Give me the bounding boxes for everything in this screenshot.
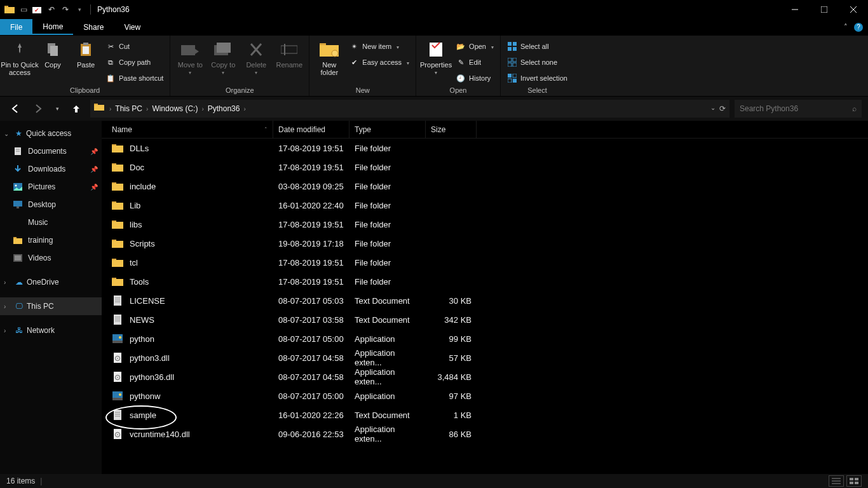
file-row[interactable]: tcl17-08-2019 19:51File folder: [102, 253, 868, 272]
copy-button[interactable]: Copy: [37, 37, 69, 69]
file-row[interactable]: DLLs17-08-2019 19:51File folder: [102, 139, 868, 158]
file-row[interactable]: Scripts19-08-2019 17:18File folder: [102, 234, 868, 253]
address-dropdown-icon[interactable]: ⌄: [710, 104, 715, 113]
file-row[interactable]: python08-07-2017 05:00Application99 KB: [102, 329, 868, 348]
sidebar-quick-access[interactable]: ⌄ ★ Quick access: [0, 125, 102, 142]
crumb-folder[interactable]: Python36: [208, 104, 240, 113]
tab-view[interactable]: View: [114, 19, 151, 35]
col-date[interactable]: Date modified: [273, 121, 349, 138]
view-thumbnails-button[interactable]: [846, 475, 862, 487]
minimize-button[interactable]: [780, 0, 810, 19]
chevron-right-icon[interactable]: ›: [243, 105, 245, 112]
crumb-drive[interactable]: Windows (C:): [152, 104, 198, 113]
col-size[interactable]: Size: [426, 121, 477, 138]
new-folder-button[interactable]: New folder: [313, 37, 345, 76]
nav-forward-button[interactable]: [29, 100, 47, 118]
select-all-button[interactable]: Select all: [505, 39, 570, 53]
file-row[interactable]: sample16-01-2020 22:26Text Document1 KB: [102, 405, 868, 424]
paste-button[interactable]: Paste: [70, 37, 102, 69]
group-open: Properties▾ 📂Open ✎Edit 🕘History Open: [416, 36, 501, 96]
file-date: 16-01-2020 22:26: [273, 410, 349, 420]
nav-back-button[interactable]: [6, 100, 24, 118]
file-size: 86 KB: [426, 430, 477, 439]
properties-button[interactable]: Properties▾: [420, 37, 452, 76]
cut-button[interactable]: ✂Cut: [103, 39, 166, 53]
help-icon[interactable]: ?: [854, 23, 863, 32]
fold-icon: [13, 235, 23, 245]
maximize-button[interactable]: [810, 0, 839, 19]
address-bar[interactable]: › This PC › Windows (C:) › Python36 › ⌄ …: [90, 100, 729, 118]
nav-up-button[interactable]: [67, 100, 85, 118]
tab-share[interactable]: Share: [73, 19, 114, 35]
tab-home[interactable]: Home: [32, 19, 73, 35]
close-button[interactable]: [839, 0, 868, 19]
desk-icon: [13, 200, 23, 210]
new-item-button[interactable]: ✴New item: [346, 39, 412, 53]
svg-rect-50: [112, 146, 123, 152]
sidebar-thispc[interactable]: › 🖵 This PC: [0, 297, 102, 315]
qat-redo-icon[interactable]: ↷: [60, 3, 71, 17]
file-date: 17-08-2019 19:51: [273, 220, 349, 229]
file-row[interactable]: vcruntime140.dll09-06-2016 22:53Applicat…: [102, 424, 868, 444]
sidebar-item-training[interactable]: training: [0, 231, 102, 249]
ribbon-collapse-icon[interactable]: ˄: [844, 23, 848, 31]
crumb-thispc[interactable]: This PC: [115, 104, 142, 113]
file-type: File folder: [349, 277, 426, 287]
qat-dropdown-icon[interactable]: ▾: [74, 3, 85, 17]
file-row[interactable]: Doc17-08-2019 19:51File folder: [102, 158, 868, 177]
easy-access-button[interactable]: ✔Easy access: [346, 55, 412, 69]
sidebar-item-pictures[interactable]: Pictures📌: [0, 178, 102, 196]
chevron-right-icon[interactable]: ›: [109, 105, 111, 112]
invert-selection-button[interactable]: Invert selection: [505, 71, 570, 85]
search-icon[interactable]: ⌕: [852, 104, 857, 113]
col-name[interactable]: Name˄: [102, 121, 273, 138]
ribbon-tabs: File Home Share View ˄ ?: [0, 19, 868, 36]
qat-newfolder-icon[interactable]: ✔: [32, 3, 43, 17]
sidebar-item-videos[interactable]: Videos: [0, 249, 102, 267]
copy-to-button[interactable]: Copy to▾: [207, 37, 239, 76]
tab-file[interactable]: File: [0, 19, 32, 35]
file-row[interactable]: NEWS08-07-2017 03:58Text Document342 KB: [102, 310, 868, 329]
svg-rect-65: [114, 295, 121, 306]
qat-undo-icon[interactable]: ↶: [46, 3, 57, 17]
address-folder-icon: [94, 103, 105, 114]
file-row[interactable]: Lib16-01-2020 22:40File folder: [102, 196, 868, 215]
file-date: 17-08-2019 19:51: [273, 258, 349, 268]
history-button[interactable]: 🕘History: [453, 71, 496, 85]
edit-button[interactable]: ✎Edit: [453, 55, 496, 69]
file-row[interactable]: pythonw08-07-2017 05:00Application97 KB: [102, 386, 868, 405]
sidebar-item-music[interactable]: Music: [0, 214, 102, 231]
chevron-right-icon[interactable]: ›: [146, 105, 148, 112]
nav-recent-button[interactable]: ▾: [52, 100, 62, 118]
file-row[interactable]: python3.dll08-07-2017 04:58Application e…: [102, 348, 868, 367]
select-none-button[interactable]: Select none: [505, 55, 570, 69]
chevron-right-icon[interactable]: ›: [201, 105, 203, 112]
file-row[interactable]: include03-08-2019 09:25File folder: [102, 177, 868, 196]
qat-properties-icon[interactable]: ▭: [18, 3, 29, 17]
search-box[interactable]: ⌕: [735, 100, 862, 118]
view-details-button[interactable]: [829, 475, 844, 487]
sidebar-item-documents[interactable]: Documents📌: [0, 142, 102, 160]
file-date: 16-01-2020 22:40: [273, 201, 349, 210]
sidebar-item-downloads[interactable]: Downloads📌: [0, 160, 102, 178]
move-to-button[interactable]: Move to▾: [174, 37, 206, 76]
select-none-icon: [507, 57, 517, 67]
sidebar-network[interactable]: › 🖧 Network: [0, 322, 102, 339]
pin-quick-access-button[interactable]: Pin to Quick access: [4, 37, 36, 76]
open-button[interactable]: 📂Open: [453, 39, 496, 53]
search-input[interactable]: [740, 104, 852, 113]
svg-rect-24: [508, 42, 512, 46]
paste-shortcut-icon: 📋: [105, 73, 116, 83]
sidebar-onedrive[interactable]: › ☁ OneDrive: [0, 273, 102, 291]
file-row[interactable]: python36.dll08-07-2017 04:58Application …: [102, 367, 868, 386]
sidebar-item-desktop[interactable]: Desktop: [0, 196, 102, 214]
file-row[interactable]: libs17-08-2019 19:51File folder: [102, 215, 868, 234]
copy-path-button[interactable]: ⧉Copy path: [103, 55, 166, 69]
file-row[interactable]: LICENSE08-07-2017 05:03Text Document30 K…: [102, 291, 868, 310]
file-row[interactable]: Tools17-08-2019 19:51File folder: [102, 272, 868, 291]
delete-button[interactable]: Delete▾: [240, 37, 272, 76]
rename-button[interactable]: Rename: [273, 37, 305, 69]
col-type[interactable]: Type: [349, 121, 426, 138]
refresh-icon[interactable]: ⟳: [719, 104, 726, 113]
paste-shortcut-button[interactable]: 📋Paste shortcut: [103, 71, 166, 85]
